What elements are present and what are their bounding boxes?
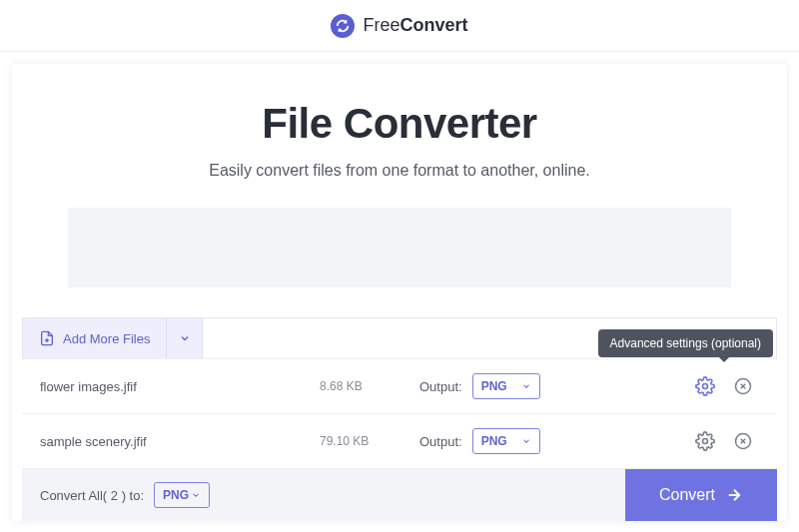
chevron-down-icon [191,490,201,500]
chevron-down-icon [179,332,191,344]
hero-section: File Converter Easily convert files from… [12,64,787,190]
row-actions [695,431,759,451]
convert-all-group: Convert All( 2 ) to: PNG [22,482,210,508]
add-more-files-dropdown[interactable] [167,318,203,358]
advanced-settings-button[interactable] [695,376,715,396]
convert-button-label: Convert [659,486,715,504]
add-more-files-label: Add More Files [63,331,150,346]
output-label: Output: [419,379,462,394]
file-name: sample scenery.jfif [40,434,320,449]
row-actions [695,376,759,396]
gear-icon [695,431,715,451]
output-format-value: PNG [481,434,507,448]
file-plus-icon [39,330,55,346]
main-panel: File Converter Easily convert files from… [12,64,787,521]
chevron-down-icon [521,381,531,391]
tooltip: Advanced settings (optional) [598,329,773,357]
convert-all-format-value: PNG [163,488,189,502]
output-format-select[interactable]: PNG [472,428,540,454]
close-circle-icon [734,377,752,395]
brand-name: FreeConvert [363,15,467,36]
output-label: Output: [419,434,462,449]
output-format-select[interactable]: PNG [472,373,540,399]
footer-bar: Convert All( 2 ) to: PNG Convert [22,469,777,521]
convert-all-format-select[interactable]: PNG [154,482,210,508]
output-group: Output: PNG [419,428,599,454]
ad-placeholder [68,208,731,287]
remove-file-button[interactable] [733,376,753,396]
gear-icon [695,376,715,396]
page-subtitle: Easily convert files from one format to … [32,162,767,180]
arrow-right-icon [725,486,743,504]
page-title: File Converter [32,100,767,148]
output-format-value: PNG [481,379,507,393]
add-more-files-button[interactable]: Add More Files [23,318,167,358]
remove-file-button[interactable] [733,431,753,451]
convert-button[interactable]: Convert [625,469,777,521]
logo-icon [331,14,355,38]
file-row: sample scenery.jfif 79.10 KB Output: PNG [22,414,777,469]
convert-all-label: Convert All( 2 ) to: [40,488,144,503]
close-circle-icon [734,432,752,450]
brand-logo[interactable]: FreeConvert [331,14,467,38]
svg-point-6 [703,439,708,444]
file-row: Advanced settings (optional) flower imag… [22,359,777,414]
file-size: 8.68 KB [320,379,419,393]
chevron-down-icon [521,436,531,446]
file-name: flower images.jfif [40,379,320,394]
output-group: Output: PNG [419,373,599,399]
file-size: 79.10 KB [320,434,419,448]
top-bar: FreeConvert [0,0,799,52]
advanced-settings-button[interactable] [695,431,715,451]
svg-point-2 [703,384,708,389]
